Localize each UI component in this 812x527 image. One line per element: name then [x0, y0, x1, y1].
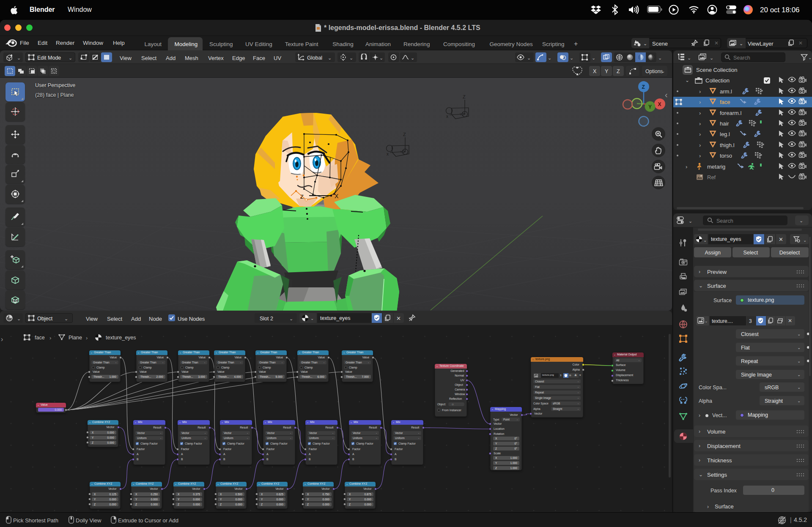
svg-text:x: x: [387, 152, 389, 156]
svg-text:x: x: [446, 114, 448, 119]
svg-text:X: X: [335, 193, 339, 199]
svg-text:X: X: [658, 101, 661, 107]
svg-text:Z: Z: [300, 194, 304, 200]
svg-text:Z: Z: [642, 84, 645, 90]
svg-text:Y: Y: [400, 150, 403, 154]
svg-text:Y: Y: [648, 104, 652, 110]
svg-text:Y: Y: [460, 112, 462, 116]
svg-text:Z: Z: [463, 94, 466, 99]
svg-text:Z: Z: [403, 132, 406, 137]
